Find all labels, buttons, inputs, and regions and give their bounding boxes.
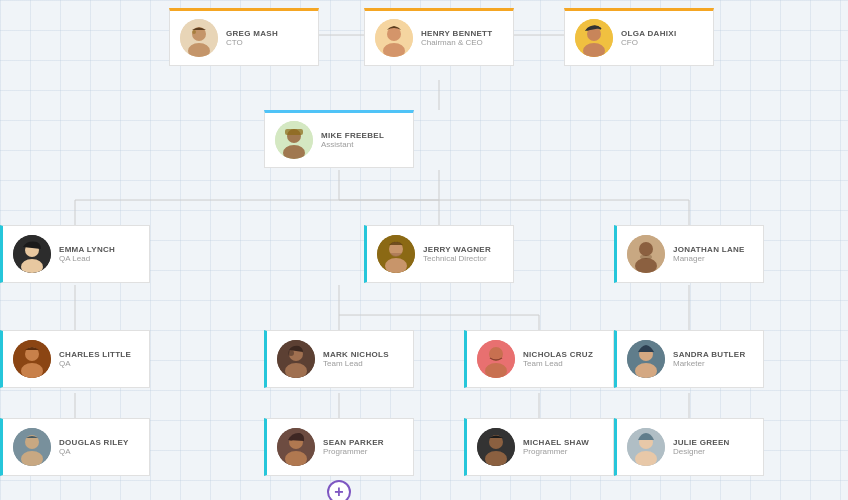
svg-point-52: [288, 350, 294, 356]
svg-rect-45: [640, 255, 652, 259]
mike-title: Assistant: [321, 140, 384, 149]
charles-name: CHARLES LITTLE: [59, 350, 131, 359]
douglas-name: DOUGLAS RILEY: [59, 438, 129, 447]
avatar-julie: [627, 428, 665, 466]
svg-point-65: [289, 437, 293, 441]
card-mark[interactable]: MARK NICHOLS Team Lead: [264, 330, 414, 388]
olga-title: CFO: [621, 38, 676, 47]
card-jonathan[interactable]: JONATHAN LANE Manager: [614, 225, 764, 283]
card-jerry[interactable]: JERRY WAGNER Technical Director: [364, 225, 514, 283]
avatar-greg: [180, 19, 218, 57]
sean-title: Programmer: [323, 447, 384, 456]
card-sean[interactable]: SEAN PARKER Programmer: [264, 418, 414, 476]
avatar-mark: [277, 340, 315, 378]
michael-title: Programmer: [523, 447, 589, 456]
avatar-sean: [277, 428, 315, 466]
card-douglas[interactable]: DOUGLAS RILEY QA: [0, 418, 150, 476]
add-button[interactable]: +: [327, 480, 351, 500]
jonathan-text: JONATHAN LANE Manager: [673, 245, 745, 263]
mark-name: MARK NICHOLS: [323, 350, 389, 359]
avatar-emma: [13, 235, 51, 273]
julie-name: JULIE GREEN: [673, 438, 730, 447]
mike-name: MIKE FREEBEL: [321, 131, 384, 140]
avatar-jerry: [377, 235, 415, 273]
emma-text: EMMA LYNCH QA Lead: [59, 245, 115, 263]
card-julie[interactable]: JULIE GREEN Designer: [614, 418, 764, 476]
avatar-douglas: [13, 428, 51, 466]
sandra-title: Marketer: [673, 359, 746, 368]
charles-text: CHARLES LITTLE QA: [59, 350, 131, 368]
julie-text: JULIE GREEN Designer: [673, 438, 730, 456]
emma-title: QA Lead: [59, 254, 115, 263]
avatar-nicholas: [477, 340, 515, 378]
card-henry[interactable]: HENRY BENNETT Chairman & CEO: [364, 8, 514, 66]
jerry-title: Technical Director: [423, 254, 491, 263]
douglas-title: QA: [59, 447, 129, 456]
org-chart: GREG MASH CTO HENRY BENNETT Chairman & C…: [0, 0, 848, 500]
michael-name: MICHAEL SHAW: [523, 438, 589, 447]
greg-name: GREG MASH: [226, 29, 278, 38]
jerry-text: JERRY WAGNER Technical Director: [423, 245, 491, 263]
emma-name: EMMA LYNCH: [59, 245, 115, 254]
greg-text: GREG MASH CTO: [226, 29, 278, 47]
card-charles[interactable]: CHARLES LITTLE QA: [0, 330, 150, 388]
nicholas-name: NICHOLAS CRUZ: [523, 350, 593, 359]
jerry-name: JERRY WAGNER: [423, 245, 491, 254]
olga-text: OLGA DAHIXI CFO: [621, 29, 676, 47]
sean-name: SEAN PARKER: [323, 438, 384, 447]
avatar-jonathan: [627, 235, 665, 273]
jonathan-title: Manager: [673, 254, 745, 263]
avatar-charles: [13, 340, 51, 378]
henry-text: HENRY BENNETT Chairman & CEO: [421, 29, 492, 47]
svg-point-43: [639, 242, 653, 256]
svg-rect-35: [285, 129, 303, 135]
avatar-olga: [575, 19, 613, 57]
sandra-name: SANDRA BUTLER: [673, 350, 746, 359]
henry-title: Chairman & CEO: [421, 38, 492, 47]
sandra-text: SANDRA BUTLER Marketer: [673, 350, 746, 368]
henry-name: HENRY BENNETT: [421, 29, 492, 38]
mark-text: MARK NICHOLS Team Lead: [323, 350, 389, 368]
card-mike[interactable]: MIKE FREEBEL Assistant: [264, 110, 414, 168]
michael-text: MICHAEL SHAW Programmer: [523, 438, 589, 456]
avatar-henry: [375, 19, 413, 57]
greg-title: CTO: [226, 38, 278, 47]
jonathan-name: JONATHAN LANE: [673, 245, 745, 254]
svg-point-27: [387, 27, 401, 41]
card-nicholas[interactable]: NICHOLAS CRUZ Team Lead: [464, 330, 614, 388]
sean-text: SEAN PARKER Programmer: [323, 438, 384, 456]
card-emma[interactable]: EMMA LYNCH QA Lead: [0, 225, 150, 283]
charles-title: QA: [59, 359, 131, 368]
nicholas-title: Team Lead: [523, 359, 593, 368]
avatar-mike: [275, 121, 313, 159]
card-olga[interactable]: OLGA DAHIXI CFO: [564, 8, 714, 66]
nicholas-text: NICHOLAS CRUZ Team Lead: [523, 350, 593, 368]
avatar-michael: [477, 428, 515, 466]
card-michael[interactable]: MICHAEL SHAW Programmer: [464, 418, 614, 476]
avatar-sandra: [627, 340, 665, 378]
douglas-text: DOUGLAS RILEY QA: [59, 438, 129, 456]
julie-title: Designer: [673, 447, 730, 456]
mark-title: Team Lead: [323, 359, 389, 368]
svg-point-25: [192, 30, 196, 34]
card-greg[interactable]: GREG MASH CTO: [169, 8, 319, 66]
olga-name: OLGA DAHIXI: [621, 29, 676, 38]
card-sandra[interactable]: SANDRA BUTLER Marketer: [614, 330, 764, 388]
mike-text: MIKE FREEBEL Assistant: [321, 131, 384, 149]
